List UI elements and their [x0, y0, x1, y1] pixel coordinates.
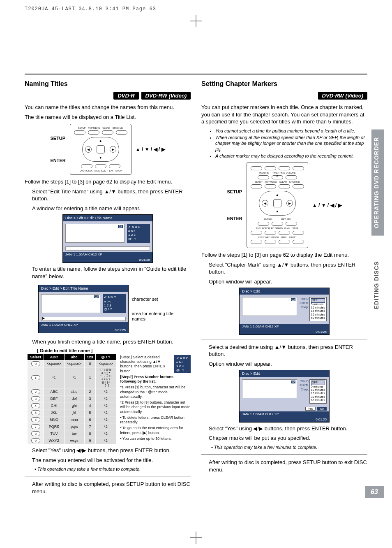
arrows-label: ▲ / ▼ / ◀ / ▶ [136, 146, 165, 152]
arrows-label: ▲ / ▼ / ◀ / ▶ [312, 202, 342, 208]
note-item: You cannot select a time for putting mar… [215, 128, 367, 134]
step-exit-setup-left: After writing to disc is completed, pres… [32, 481, 191, 495]
option-list: OFF 5 minutes 10 minutes 15 minutes 30 m… [309, 297, 327, 321]
label-enter: ENTER [50, 156, 65, 165]
crop-mark-bottom [190, 532, 202, 544]
note-item: When recording at the recording speed ot… [215, 135, 367, 152]
step-select-time: Select a desired time using ▲/▼ buttons,… [209, 344, 367, 358]
step-option-appear-1: Option window will appear. [209, 278, 367, 286]
no-button: No [317, 407, 327, 411]
badge-dvd-rw-video-right: DVD-RW (Video) [318, 92, 367, 100]
dpad-icon: ▲▼ ◀▶ [259, 191, 296, 216]
guide-title: [ Guide to edit title name ] [37, 348, 191, 353]
step-select-chapter-mark: Select "Chapter Mark" using ▲/▼ buttons,… [209, 261, 367, 276]
heading-naming-titles: Naming Titles [25, 80, 191, 88]
remote-diagram: SETUPTOP MENU CLEARSRCH MD ▲▼ ◀▶ DVD RCR… [70, 124, 131, 175]
osd-edit-title-1: Disc > Edit > Edit Title Name A B C a b … [62, 214, 153, 263]
annot-entry-area: area for entering title names [132, 311, 177, 322]
remote-left-labels: SETUP ENTER [50, 133, 65, 165]
top-rule [25, 74, 367, 74]
step-select-yes-right: Select "Yes" using ◀/▶ buttons, then pre… [209, 425, 367, 432]
page-number: 63 [365, 486, 384, 498]
osd-charset: A B C a b c 1 2 3 @ ! ? [127, 224, 150, 243]
osd-chapter-options-1: Disc > Edit Title D Edit Tit Chapt OFF 5… [239, 288, 330, 334]
after-remote-text-right: Follow the steps [1] to [3] on page 62 t… [201, 251, 367, 259]
osd-preview [65, 224, 125, 243]
note-item: A chapter marker may be delayed accordin… [215, 153, 367, 159]
badge-dvd-r: DVD-R [113, 92, 138, 100]
heading-chapter-markers: Setting Chapter Markers [201, 80, 367, 88]
guide-steps: [Step1] Select a desired character set u… [120, 354, 191, 442]
badge-dvd-rw-video: DVD-RW (Video) [141, 92, 191, 100]
dpad-icon: ▲▼ ◀▶ [82, 137, 119, 162]
step-select-yes: Select "Yes" using ◀/▶ buttons, then pre… [32, 447, 191, 454]
side-tab-operating: OPERATING DVD RECORDER [371, 130, 384, 236]
step-finish-enter: When you finish entering a title name, p… [32, 338, 191, 346]
osd-annotations: character set area for entering title na… [132, 297, 177, 322]
osd-edit-title-2: Disc > Edit > Edit Title Name A B C a b … [38, 285, 129, 333]
col-naming-titles: Naming Titles DVD-R DVD-RW (Video) You c… [25, 80, 191, 498]
running-head: T2020UA_45-LAST 04.8.10 3:41 PM Page 63 [25, 6, 367, 12]
char-entry-table: Select ABC abc 123 @ ! ? 0<space><space>… [27, 354, 116, 444]
intro-text-2: The title names will be displayed on a T… [25, 114, 191, 121]
charset-mini: A B C a b c 1 2 3 @ ! ? [174, 355, 191, 373]
top-notes: You cannot select a time for putting mar… [211, 128, 367, 159]
label-enter: ENTER [227, 214, 242, 223]
side-tab-editing: EDITING DISCS [371, 257, 384, 313]
osd-chapter-options-2: Disc > Edit Title D Edit Tit Chapt OFF 5… [239, 370, 330, 422]
note-operation-time-left: • This operation may take a few minutes … [35, 466, 191, 472]
step-marks-put: Chapter marks will be put as you specifi… [209, 434, 367, 442]
intro-text-1: You can name the titles and change the n… [25, 104, 191, 111]
col-chapter-markers: Setting Chapter Markers DVD-RW (Video) Y… [201, 80, 367, 498]
yes-button: Yes [305, 407, 316, 411]
yes-no-row: Yes No [240, 406, 329, 411]
annot-charset: character set [132, 297, 177, 302]
label-setup: SETUP [227, 187, 242, 197]
step-name-activated: The name you entered will be activated f… [32, 457, 191, 464]
step-guide-ref: To enter a title name, follow the steps … [32, 265, 191, 280]
step-option-appear-2: Option window will appear. [209, 360, 367, 368]
remote-diagram-right: PICTURE TIMER PRG VOLUME 0 SETUPTOP MENU… [247, 162, 308, 248]
step-window-appear: A window for entering a title name will … [32, 205, 191, 212]
label-setup: SETUP [50, 133, 65, 143]
step-select-edit-title: Select "Edit Title Name" using ▲/▼ butto… [32, 188, 191, 202]
osd-titlebar: Disc > Edit > Edit Title Name [63, 215, 152, 221]
step-exit-setup-right: After writing to disc is completed, pres… [209, 459, 367, 473]
intro-text-right: You can put chapter markers in each titl… [201, 104, 367, 125]
after-remote-text: Follow the steps [1] to [3] on page 62 t… [25, 178, 191, 186]
note-operation-time-right: • This operation may take a few minutes … [211, 444, 367, 450]
